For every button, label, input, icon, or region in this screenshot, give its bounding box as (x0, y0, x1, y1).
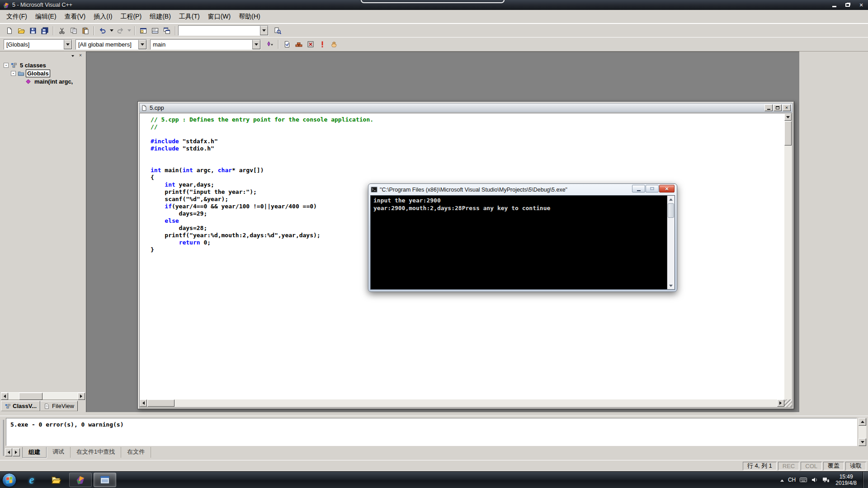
output-pane: 5.exe - 0 error(s), 0 warning(s) 组建调试在文件… (0, 416, 868, 460)
editor-minimize-button[interactable] (764, 104, 773, 111)
output-content[interactable]: 5.exe - 0 error(s), 0 warning(s) (6, 418, 857, 446)
cut-button[interactable] (56, 25, 68, 36)
scroll-left-icon[interactable] (140, 399, 147, 407)
scroll-down-icon[interactable] (859, 438, 866, 446)
stop-build-button[interactable] (305, 39, 316, 50)
workspace-button[interactable] (137, 25, 149, 36)
open-button[interactable] (15, 25, 27, 36)
scrollbar-thumb[interactable] (147, 399, 175, 407)
scrollbar-thumb[interactable] (784, 121, 792, 145)
scrollbar-thumb[interactable] (668, 203, 674, 218)
class-combo-dropdown[interactable] (64, 40, 72, 49)
redo-button[interactable] (114, 25, 126, 36)
start-button[interactable] (2, 473, 16, 487)
undo-drop-button[interactable] (108, 25, 114, 36)
new-file-button[interactable] (4, 25, 15, 36)
workspace-tab-0[interactable]: ClassV... (1, 401, 40, 411)
workspace-horizontal-scrollbar[interactable] (1, 392, 85, 399)
workspace-tab-1[interactable]: FileView (40, 401, 78, 411)
menu-item-7[interactable]: 窗口(W) (204, 10, 235, 23)
breakpoint-button[interactable] (328, 39, 340, 50)
window-restore-button[interactable] (841, 0, 854, 10)
show-desktop-button[interactable] (863, 472, 868, 488)
tree-node-1[interactable]: -Globals (1, 69, 85, 77)
menu-item-2[interactable]: 查看(V) (61, 10, 90, 23)
scroll-up-icon[interactable] (667, 196, 675, 203)
editor-maximize-button[interactable] (774, 104, 782, 111)
menu-item-3[interactable]: 插入(I) (90, 10, 116, 23)
output-tab-3[interactable]: 在文件 (121, 447, 151, 458)
editor-vertical-scrollbar[interactable] (784, 113, 792, 399)
console-titlebar[interactable]: "C:\Program Files (x86)\Microsoft Visual… (368, 184, 677, 195)
resize-grip[interactable] (784, 399, 792, 407)
function-combo[interactable]: main (150, 39, 261, 50)
copy-button[interactable] (68, 25, 80, 36)
output-tab-1[interactable]: 调试 (47, 447, 71, 458)
output-tab-2[interactable]: 在文件1中查找 (71, 447, 121, 458)
scroll-down-icon[interactable] (784, 113, 792, 121)
class-combo[interactable]: [Globals] (4, 39, 72, 50)
find-combo-dropdown[interactable] (260, 26, 268, 35)
compile-button[interactable] (281, 39, 293, 50)
members-combo[interactable]: [All global members] (75, 39, 147, 50)
tab-scroll-left-icon[interactable] (5, 448, 12, 456)
window-close-button[interactable]: × (854, 0, 868, 10)
find-in-files-button[interactable] (272, 25, 283, 36)
keyboard-icon[interactable] (800, 476, 807, 483)
taskbar-item-visual-cpp[interactable] (69, 473, 92, 487)
members-combo-dropdown[interactable] (138, 40, 146, 49)
editor-close-button[interactable]: × (783, 104, 791, 111)
tree-node-2[interactable]: main(int argc, (1, 77, 85, 85)
output-button[interactable] (149, 25, 161, 36)
workspace-pin-icon[interactable] (70, 53, 76, 58)
save-button[interactable] (27, 25, 39, 36)
editor-titlebar[interactable]: 5.cpp × (139, 103, 793, 113)
scroll-down-icon[interactable] (667, 282, 675, 289)
execute-button[interactable] (316, 39, 328, 50)
undo-button[interactable] (97, 25, 108, 36)
scroll-up-icon[interactable] (859, 418, 866, 426)
taskbar-item-explorer[interactable] (45, 473, 67, 487)
menu-item-4[interactable]: 工程(P) (116, 10, 146, 23)
tree-node-0[interactable]: -5 classes (1, 61, 85, 69)
scrollbar-thumb[interactable] (19, 393, 42, 400)
menu-item-0[interactable]: 文件(F) (2, 10, 31, 23)
volume-icon[interactable] (811, 476, 818, 483)
console-maximize-button[interactable] (646, 185, 659, 192)
tray-language-indicator[interactable]: CH (788, 477, 796, 483)
paste-button[interactable] (80, 25, 91, 36)
tree-expander-icon[interactable]: - (4, 63, 9, 68)
tree-expander-icon[interactable]: - (11, 71, 16, 76)
console-text[interactable]: input the year:2900 year:2900,mouth:2,da… (371, 196, 667, 289)
console-close-button[interactable]: × (659, 185, 675, 192)
window-minimize-button[interactable] (827, 0, 841, 10)
menu-item-1[interactable]: 编辑(E) (31, 10, 61, 23)
scroll-right-icon[interactable] (777, 399, 784, 407)
save-all-button[interactable] (39, 25, 51, 36)
tab-scroll-right-icon[interactable] (13, 448, 20, 456)
workspace-close-icon[interactable]: × (77, 53, 84, 58)
tray-clock[interactable]: 15:49 2019/4/8 (835, 474, 857, 486)
tray-chevron-up-icon[interactable] (780, 478, 784, 482)
output-tab-0[interactable]: 组建 (22, 447, 47, 458)
menu-item-8[interactable]: 帮助(H) (235, 10, 264, 23)
menu-item-5[interactable]: 组建(B) (146, 10, 175, 23)
scroll-left-icon[interactable] (1, 393, 8, 400)
redo-drop-button[interactable] (126, 25, 132, 36)
menu-item-6[interactable]: 工具(T) (175, 10, 204, 23)
output-grip[interactable] (1, 420, 4, 456)
output-scrollbar[interactable] (859, 418, 866, 446)
scroll-right-icon[interactable] (78, 393, 85, 400)
console-minimize-button[interactable] (632, 185, 645, 192)
find-combo[interactable] (178, 25, 269, 36)
console-scrollbar[interactable] (667, 196, 675, 289)
editor-title: 5.cpp (150, 104, 164, 111)
function-combo-dropdown[interactable] (252, 40, 260, 49)
wizard-action-button[interactable] (264, 39, 276, 50)
windows-button[interactable] (161, 25, 173, 36)
taskbar-item-ie[interactable]: e (20, 473, 43, 487)
network-icon[interactable] (822, 476, 830, 483)
build-button[interactable] (293, 39, 305, 50)
taskbar-item-console-app[interactable] (94, 473, 116, 487)
editor-horizontal-scrollbar[interactable] (140, 399, 784, 407)
